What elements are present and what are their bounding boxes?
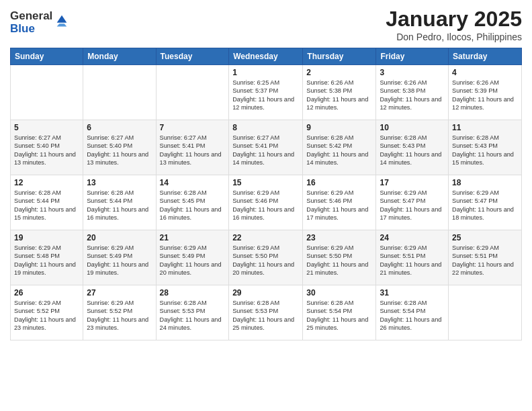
table-row — [156, 65, 229, 120]
cell-content: Sunrise: 6:28 AM Sunset: 5:42 PM Dayligh… — [306, 134, 372, 167]
table-row: 16Sunrise: 6:29 AM Sunset: 5:46 PM Dayli… — [303, 175, 376, 230]
cell-content: Sunrise: 6:28 AM Sunset: 5:43 PM Dayligh… — [380, 134, 445, 167]
table-row: 8Sunrise: 6:27 AM Sunset: 5:41 PM Daylig… — [229, 120, 303, 175]
cell-content: Sunrise: 6:29 AM Sunset: 5:52 PM Dayligh… — [14, 299, 79, 332]
cell-content: Sunrise: 6:27 AM Sunset: 5:41 PM Dayligh… — [160, 134, 226, 167]
logo-general: General — [10, 10, 52, 23]
day-number: 16 — [306, 178, 372, 187]
table-row: 18Sunrise: 6:29 AM Sunset: 5:47 PM Dayli… — [449, 175, 522, 230]
cell-content: Sunrise: 6:29 AM Sunset: 5:47 PM Dayligh… — [380, 189, 445, 222]
table-row: 12Sunrise: 6:28 AM Sunset: 5:44 PM Dayli… — [11, 175, 83, 230]
logo: General Blue — [10, 10, 69, 35]
cell-content: Sunrise: 6:26 AM Sunset: 5:39 PM Dayligh… — [452, 79, 518, 112]
table-row: 21Sunrise: 6:29 AM Sunset: 5:49 PM Dayli… — [156, 230, 229, 285]
day-number: 4 — [452, 68, 518, 77]
cell-content: Sunrise: 6:28 AM Sunset: 5:53 PM Dayligh… — [232, 299, 299, 332]
calendar-table: Sunday Monday Tuesday Wednesday Thursday… — [10, 48, 522, 340]
day-number: 25 — [452, 233, 518, 242]
cell-content: Sunrise: 6:28 AM Sunset: 5:53 PM Dayligh… — [160, 299, 226, 332]
header: General Blue January 2025 Don Pedro, Ilo… — [10, 7, 522, 42]
cell-content: Sunrise: 6:29 AM Sunset: 5:50 PM Dayligh… — [232, 244, 299, 277]
calendar-header-row: Sunday Monday Tuesday Wednesday Thursday… — [11, 48, 522, 65]
cell-content: Sunrise: 6:28 AM Sunset: 5:44 PM Dayligh… — [87, 189, 152, 222]
day-number: 12 — [14, 178, 79, 187]
logo-icon — [54, 13, 69, 28]
cell-content: Sunrise: 6:28 AM Sunset: 5:54 PM Dayligh… — [306, 299, 372, 332]
col-wednesday: Wednesday — [229, 48, 303, 65]
cell-content: Sunrise: 6:29 AM Sunset: 5:46 PM Dayligh… — [232, 189, 299, 222]
col-monday: Monday — [83, 48, 156, 65]
day-number: 21 — [160, 233, 226, 242]
day-number: 17 — [380, 178, 445, 187]
day-number: 20 — [87, 233, 152, 242]
table-row: 7Sunrise: 6:27 AM Sunset: 5:41 PM Daylig… — [156, 120, 229, 175]
table-row — [83, 65, 156, 120]
location: Don Pedro, Ilocos, Philippines — [386, 32, 522, 42]
table-row: 13Sunrise: 6:28 AM Sunset: 5:44 PM Dayli… — [83, 175, 156, 230]
table-row: 22Sunrise: 6:29 AM Sunset: 5:50 PM Dayli… — [229, 230, 303, 285]
col-thursday: Thursday — [303, 48, 376, 65]
cell-content: Sunrise: 6:27 AM Sunset: 5:40 PM Dayligh… — [87, 134, 152, 167]
cell-content: Sunrise: 6:29 AM Sunset: 5:47 PM Dayligh… — [452, 189, 518, 222]
day-number: 10 — [380, 123, 445, 132]
table-row: 29Sunrise: 6:28 AM Sunset: 5:53 PM Dayli… — [229, 285, 303, 340]
table-row: 25Sunrise: 6:29 AM Sunset: 5:51 PM Dayli… — [449, 230, 522, 285]
day-number: 31 — [380, 288, 445, 298]
cell-content: Sunrise: 6:27 AM Sunset: 5:41 PM Dayligh… — [232, 134, 299, 167]
cell-content: Sunrise: 6:29 AM Sunset: 5:52 PM Dayligh… — [87, 299, 152, 332]
day-number: 22 — [232, 233, 299, 242]
day-number: 30 — [306, 288, 372, 298]
logo-blue: Blue — [10, 23, 52, 36]
title-block: January 2025 Don Pedro, Ilocos, Philippi… — [386, 7, 522, 42]
day-number: 27 — [87, 288, 152, 298]
cell-content: Sunrise: 6:26 AM Sunset: 5:38 PM Dayligh… — [306, 79, 372, 112]
day-number: 3 — [380, 68, 445, 77]
table-row: 19Sunrise: 6:29 AM Sunset: 5:48 PM Dayli… — [11, 230, 83, 285]
table-row: 1Sunrise: 6:25 AM Sunset: 5:37 PM Daylig… — [229, 65, 303, 120]
cell-content: Sunrise: 6:27 AM Sunset: 5:40 PM Dayligh… — [14, 134, 79, 167]
cell-content: Sunrise: 6:29 AM Sunset: 5:50 PM Dayligh… — [306, 244, 372, 277]
cell-content: Sunrise: 6:29 AM Sunset: 5:46 PM Dayligh… — [306, 189, 372, 222]
svg-marker-1 — [57, 24, 67, 26]
day-number: 24 — [380, 233, 445, 242]
table-row: 17Sunrise: 6:29 AM Sunset: 5:47 PM Dayli… — [376, 175, 449, 230]
logo-text: General Blue — [10, 10, 52, 35]
day-number: 8 — [232, 123, 299, 132]
cell-content: Sunrise: 6:29 AM Sunset: 5:49 PM Dayligh… — [87, 244, 152, 277]
day-number: 15 — [232, 178, 299, 187]
table-row: 20Sunrise: 6:29 AM Sunset: 5:49 PM Dayli… — [83, 230, 156, 285]
table-row: 4Sunrise: 6:26 AM Sunset: 5:39 PM Daylig… — [449, 65, 522, 120]
cell-content: Sunrise: 6:28 AM Sunset: 5:45 PM Dayligh… — [160, 189, 226, 222]
table-row: 14Sunrise: 6:28 AM Sunset: 5:45 PM Dayli… — [156, 175, 229, 230]
day-number: 1 — [232, 68, 299, 77]
table-row — [11, 65, 83, 120]
day-number: 26 — [14, 288, 79, 298]
table-row: 24Sunrise: 6:29 AM Sunset: 5:51 PM Dayli… — [376, 230, 449, 285]
table-row: 27Sunrise: 6:29 AM Sunset: 5:52 PM Dayli… — [83, 285, 156, 340]
table-row: 30Sunrise: 6:28 AM Sunset: 5:54 PM Dayli… — [303, 285, 376, 340]
cell-content: Sunrise: 6:29 AM Sunset: 5:51 PM Dayligh… — [380, 244, 445, 277]
day-number: 2 — [306, 68, 372, 77]
day-number: 14 — [160, 178, 226, 187]
table-row: 10Sunrise: 6:28 AM Sunset: 5:43 PM Dayli… — [376, 120, 449, 175]
calendar-week-row: 1Sunrise: 6:25 AM Sunset: 5:37 PM Daylig… — [11, 65, 522, 120]
day-number: 6 — [87, 123, 152, 132]
table-row: 11Sunrise: 6:28 AM Sunset: 5:43 PM Dayli… — [449, 120, 522, 175]
day-number: 9 — [306, 123, 372, 132]
col-sunday: Sunday — [11, 48, 83, 65]
month-title: January 2025 — [386, 7, 522, 32]
day-number: 19 — [14, 233, 79, 242]
table-row: 5Sunrise: 6:27 AM Sunset: 5:40 PM Daylig… — [11, 120, 83, 175]
day-number: 11 — [452, 123, 518, 132]
cell-content: Sunrise: 6:28 AM Sunset: 5:44 PM Dayligh… — [14, 189, 79, 222]
cell-content: Sunrise: 6:26 AM Sunset: 5:38 PM Dayligh… — [380, 79, 445, 112]
cell-content: Sunrise: 6:25 AM Sunset: 5:37 PM Dayligh… — [232, 79, 299, 112]
day-number: 7 — [160, 123, 226, 132]
table-row: 15Sunrise: 6:29 AM Sunset: 5:46 PM Dayli… — [229, 175, 303, 230]
calendar-week-row: 5Sunrise: 6:27 AM Sunset: 5:40 PM Daylig… — [11, 120, 522, 175]
page: General Blue January 2025 Don Pedro, Ilo… — [0, 0, 532, 411]
table-row: 2Sunrise: 6:26 AM Sunset: 5:38 PM Daylig… — [303, 65, 376, 120]
svg-marker-0 — [57, 15, 67, 22]
day-number: 28 — [160, 288, 226, 298]
table-row — [449, 285, 522, 340]
